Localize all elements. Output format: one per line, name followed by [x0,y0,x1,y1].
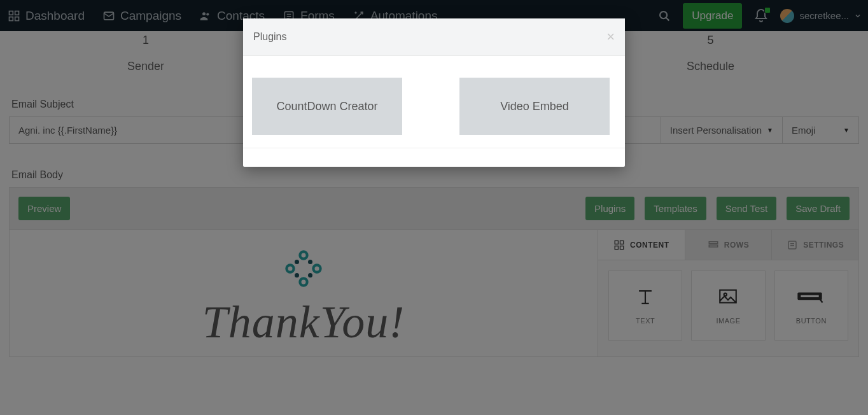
modal-header: Plugins × [243,18,625,56]
modal-body: CountDown Creator Video Embed [243,56,625,148]
plugin-countdown-creator[interactable]: CountDown Creator [252,78,402,135]
tile-label: Video Embed [500,100,569,113]
modal-overlay[interactable]: Plugins × CountDown Creator Video Embed [0,0,868,415]
tile-label: CountDown Creator [276,100,377,113]
modal-footer [243,148,625,167]
modal-title: Plugins [253,31,286,43]
plugins-modal: Plugins × CountDown Creator Video Embed [243,18,625,167]
plugin-video-embed[interactable]: Video Embed [459,78,610,135]
close-icon[interactable]: × [606,30,615,44]
